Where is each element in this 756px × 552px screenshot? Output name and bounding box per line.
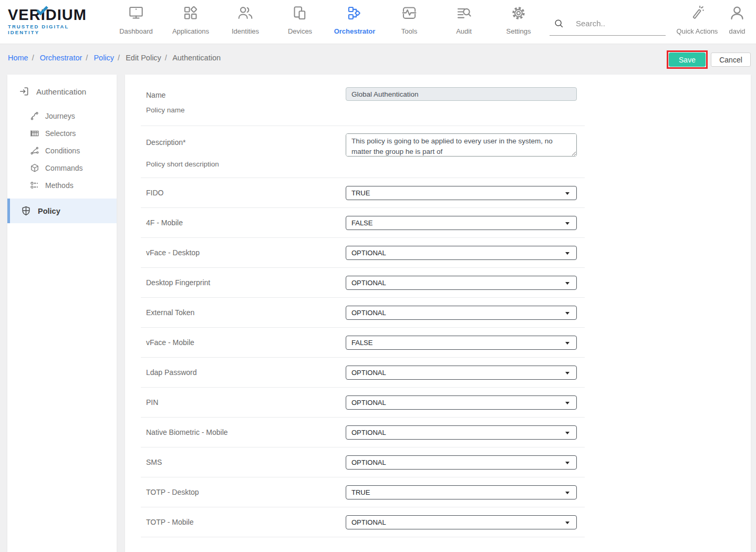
search-icon bbox=[554, 18, 564, 29]
save-button[interactable]: Save bbox=[669, 53, 706, 67]
tools-icon bbox=[382, 5, 437, 23]
quick-actions-label: Quick Actions bbox=[675, 27, 719, 35]
chevron-down-icon bbox=[565, 342, 569, 345]
logo-tagline: TRUSTED DIGITAL IDENTITY bbox=[8, 24, 102, 35]
pin-select[interactable]: OPTIONAL bbox=[346, 395, 577, 410]
user-name-label: david bbox=[723, 27, 751, 35]
sidebar: Authentication Journeys Selectors Condit… bbox=[7, 75, 117, 552]
journeys-icon bbox=[30, 111, 39, 121]
nav-item-devices[interactable]: Devices bbox=[273, 5, 327, 35]
nav-item-identities[interactable]: Identities bbox=[218, 5, 273, 35]
nav-item-audit[interactable]: Audit bbox=[437, 5, 491, 35]
setting-label: SMS bbox=[146, 458, 346, 466]
nav-item-settings[interactable]: Settings bbox=[491, 5, 546, 35]
setting-row-vface-mobile: vFace - Mobile FALSE bbox=[141, 328, 585, 358]
chevron-down-icon bbox=[565, 492, 569, 494]
commands-icon bbox=[30, 163, 39, 173]
chevron-down-icon bbox=[565, 192, 569, 195]
setting-row-vface-desktop: vFace - Desktop OPTIONAL bbox=[141, 238, 585, 268]
setting-row-fido: FIDO TRUE bbox=[141, 178, 585, 208]
policy-edit-form: Name Policy name Description* Policy sho… bbox=[125, 75, 751, 552]
policy-description-textarea[interactable]: This policy is going to be applied to ev… bbox=[346, 133, 577, 157]
orchestrator-icon bbox=[327, 5, 382, 23]
setting-label: vFace - Desktop bbox=[146, 248, 346, 257]
vface-mobile-select[interactable]: FALSE bbox=[346, 336, 577, 350]
external-token-select[interactable]: OPTIONAL bbox=[346, 306, 577, 320]
nav-label: Identities bbox=[218, 27, 273, 35]
selectors-icon bbox=[30, 129, 39, 138]
sidebar-item-conditions[interactable]: Conditions bbox=[7, 142, 117, 159]
breadcrumb-item-authentication: Authentication bbox=[172, 54, 221, 62]
nav-item-dashboard[interactable]: Dashboard bbox=[109, 5, 163, 35]
4f-mobile-select[interactable]: FALSE bbox=[346, 216, 577, 230]
breadcrumb-link-policy[interactable]: Policy bbox=[94, 54, 114, 62]
logo-checkmark-icon bbox=[36, 2, 49, 17]
breadcrumb-link-home[interactable]: Home bbox=[8, 54, 28, 62]
dashboard-icon bbox=[109, 5, 163, 23]
gear-icon bbox=[491, 5, 546, 23]
setting-label: Desktop Fingerprint bbox=[146, 278, 346, 287]
totp-desktop-select[interactable]: TRUE bbox=[346, 485, 577, 499]
ldap-password-select[interactable]: OPTIONAL bbox=[346, 366, 577, 380]
sidebar-header-authentication[interactable]: Authentication bbox=[7, 75, 117, 107]
nav-label: Audit bbox=[437, 27, 491, 35]
login-icon bbox=[19, 86, 29, 97]
setting-label: TOTP - Mobile bbox=[146, 518, 346, 526]
sms-select[interactable]: OPTIONAL bbox=[346, 455, 577, 470]
setting-row-external-token: External Token OPTIONAL bbox=[141, 298, 585, 328]
nav-label: Dashboard bbox=[109, 27, 163, 35]
sidebar-item-selectors[interactable]: Selectors bbox=[7, 124, 117, 142]
sidebar-item-label: Commands bbox=[45, 164, 83, 172]
chevron-down-icon bbox=[565, 522, 569, 524]
policy-name-input bbox=[346, 87, 577, 101]
nav-label: Orchestrator bbox=[327, 27, 382, 35]
nav-item-tools[interactable]: Tools bbox=[382, 5, 437, 35]
sidebar-item-label: Policy bbox=[38, 207, 60, 215]
sidebar-item-policy[interactable]: Policy bbox=[7, 199, 117, 223]
main-nav: Dashboard Applications Identities bbox=[109, 5, 546, 35]
breadcrumb-link-orchestrator[interactable]: Orchestrator bbox=[40, 54, 82, 62]
sidebar-item-methods[interactable]: Methods bbox=[7, 176, 117, 194]
user-avatar-icon bbox=[723, 5, 751, 23]
user-menu[interactable]: david bbox=[723, 5, 751, 35]
nav-label: Settings bbox=[491, 27, 546, 35]
sidebar-item-commands[interactable]: Commands bbox=[7, 159, 117, 176]
sidebar-item-label: Journeys bbox=[45, 112, 75, 120]
setting-label: PIN bbox=[146, 398, 346, 407]
nav-item-applications[interactable]: Applications bbox=[163, 5, 218, 35]
setting-row-ldap-password: Ldap Password OPTIONAL bbox=[141, 358, 585, 388]
veridium-logo[interactable]: VERIDIUM TRUSTED DIGITAL IDENTITY bbox=[8, 7, 102, 35]
name-field-row: Name Policy name bbox=[141, 75, 585, 126]
setting-label: TOTP - Desktop bbox=[146, 488, 346, 496]
fido-select[interactable]: TRUE bbox=[346, 186, 577, 200]
desktop-fingerprint-select[interactable]: OPTIONAL bbox=[346, 276, 577, 290]
nav-label: Devices bbox=[273, 27, 327, 35]
quick-actions-button[interactable]: Quick Actions bbox=[675, 5, 719, 35]
sidebar-header-label: Authentication bbox=[36, 87, 86, 96]
nav-label: Tools bbox=[382, 27, 437, 35]
chevron-down-icon bbox=[565, 372, 569, 374]
nav-label: Applications bbox=[163, 27, 218, 35]
description-helper-text: Policy short description bbox=[146, 160, 346, 168]
search-input[interactable] bbox=[576, 19, 655, 28]
vface-desktop-select[interactable]: OPTIONAL bbox=[346, 246, 577, 260]
magic-wand-icon bbox=[675, 5, 719, 23]
chevron-down-icon bbox=[565, 402, 569, 404]
search-box bbox=[550, 12, 666, 36]
sidebar-item-label: Methods bbox=[45, 181, 74, 190]
breadcrumb: Home/ Orchestrator/ Policy/ Edit Policy/… bbox=[8, 54, 221, 62]
sidebar-item-journeys[interactable]: Journeys bbox=[7, 107, 117, 124]
cancel-button[interactable]: Cancel bbox=[711, 53, 751, 67]
shield-icon bbox=[21, 206, 31, 216]
description-field-row: Description* Policy short description Th… bbox=[141, 126, 585, 178]
native-biometric-mobile-select[interactable]: OPTIONAL bbox=[346, 425, 577, 440]
totp-mobile-select[interactable]: OPTIONAL bbox=[346, 515, 577, 529]
setting-label: Native Biometric - Mobile bbox=[146, 428, 346, 436]
breadcrumb-row: Home/ Orchestrator/ Policy/ Edit Policy/… bbox=[0, 44, 756, 75]
logo-wordmark: VERIDIUM bbox=[8, 7, 102, 23]
setting-row-totp-desktop: TOTP - Desktop TRUE bbox=[141, 477, 585, 507]
setting-label: 4F - Mobile bbox=[146, 218, 346, 227]
setting-row-desktop-fingerprint: Desktop Fingerprint OPTIONAL bbox=[141, 268, 585, 298]
chevron-down-icon bbox=[565, 252, 569, 255]
nav-item-orchestrator[interactable]: Orchestrator bbox=[327, 5, 382, 35]
